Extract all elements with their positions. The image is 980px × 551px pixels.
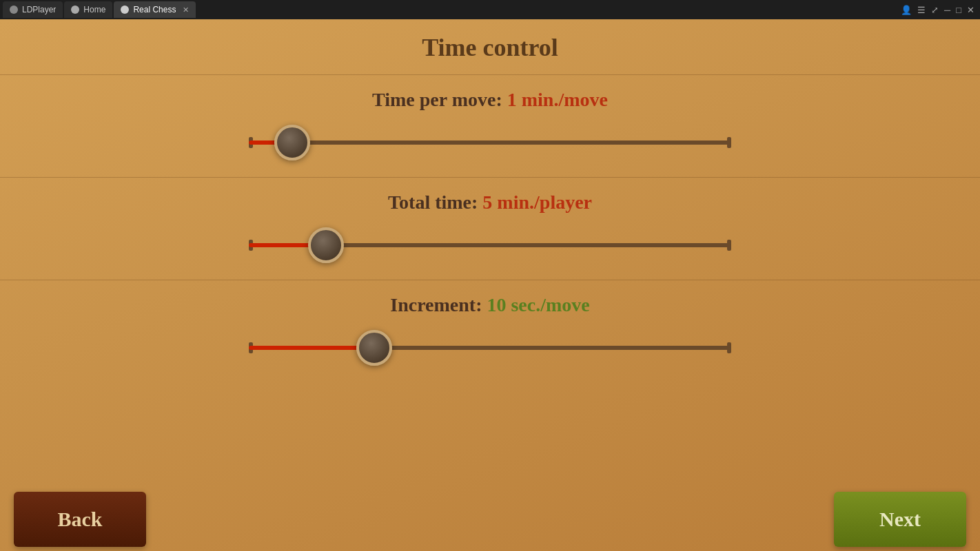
time-per-move-slider[interactable]	[249, 122, 731, 163]
section-total-time: Total time: 5 min./player	[0, 191, 980, 266]
slider-thumb[interactable]	[308, 227, 344, 263]
increment-value: 10 sec./move	[487, 294, 589, 315]
resize-icon[interactable]: ⤢	[931, 5, 939, 15]
tab-ldplayer-label: LDPlayer	[22, 5, 56, 14]
section-increment: Increment: 10 sec./move	[0, 294, 980, 368]
separator-mid1	[0, 177, 980, 178]
time-per-move-static: Time per move:	[372, 89, 507, 110]
maximize-icon[interactable]: □	[956, 5, 961, 15]
increment-label: Increment: 10 sec./move	[390, 294, 590, 316]
titlebar: LDPlayer Home Real Chess ✕ 👤 ☰ ⤢ ─ □ ✕	[0, 0, 980, 19]
back-button[interactable]: Back	[14, 492, 146, 547]
slider-right-end	[727, 342, 731, 353]
total-time-static: Total time:	[388, 191, 482, 213]
bottom-bar: Back Next	[0, 488, 980, 551]
tab-real-chess-label: Real Chess	[133, 5, 176, 14]
time-per-move-label: Time per move: 1 min./move	[372, 89, 608, 111]
time-per-move-value: 1 min./move	[507, 89, 608, 110]
tab-real-chess[interactable]: Real Chess ✕	[114, 1, 196, 18]
increment-slider[interactable]	[249, 327, 731, 368]
close-icon[interactable]: ✕	[967, 5, 974, 15]
total-time-label: Total time: 5 min./player	[388, 191, 592, 214]
profile-icon[interactable]: 👤	[901, 5, 912, 15]
tab-home[interactable]: Home	[64, 1, 112, 18]
home-icon	[71, 6, 79, 14]
slider-thumb[interactable]	[274, 125, 310, 160]
page-title: Time control	[422, 33, 558, 62]
next-button[interactable]: Next	[834, 492, 966, 547]
chess-icon	[121, 6, 129, 14]
section-time-per-move: Time per move: 1 min./move	[0, 89, 980, 163]
minimize-icon[interactable]: ─	[944, 5, 950, 15]
menu-icon[interactable]: ☰	[917, 5, 926, 15]
slider-fill	[249, 346, 374, 350]
tab-ldplayer[interactable]: LDPlayer	[3, 1, 63, 18]
tab-close-icon[interactable]: ✕	[183, 6, 189, 14]
slider-track	[249, 141, 731, 145]
slider-track	[249, 243, 731, 247]
separator-top	[0, 74, 980, 75]
total-time-value: 5 min./player	[482, 191, 592, 213]
window-controls: 👤 ☰ ⤢ ─ □ ✕	[901, 0, 974, 19]
slider-track	[249, 346, 731, 350]
slider-thumb[interactable]	[356, 330, 392, 366]
tab-home-label: Home	[83, 5, 105, 14]
slider-right-end	[727, 240, 731, 251]
game-area: Time control Time per move: 1 min./move …	[0, 19, 980, 551]
separator-mid2	[0, 280, 980, 280]
slider-right-end	[727, 137, 731, 148]
increment-static: Increment:	[390, 294, 487, 315]
ldplayer-icon	[10, 6, 18, 14]
total-time-slider[interactable]	[249, 225, 731, 266]
